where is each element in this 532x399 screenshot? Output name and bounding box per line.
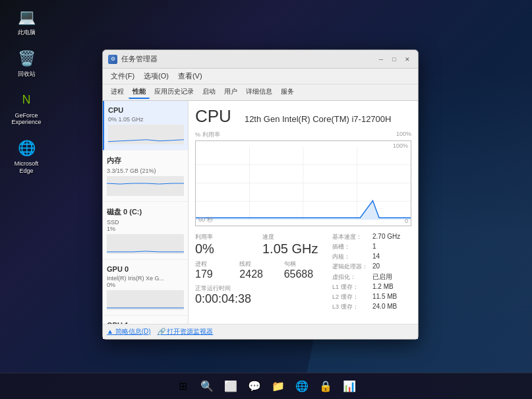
cpu-graph-svg xyxy=(196,141,411,226)
taskbar-chat[interactable]: 💬 xyxy=(244,376,265,397)
stat-l1: L1 缓存： 1.2 MB xyxy=(332,283,411,292)
stat-sockets: 插槽： 1 xyxy=(332,243,411,251)
main-content: CPU 0% 1.05 GHz 内存 3.3/15.7 GB (21%) xyxy=(103,101,418,324)
process-label: 进程 xyxy=(195,260,238,268)
base-speed-label: 基本速度： xyxy=(332,233,369,241)
chart-max-label: 100% xyxy=(396,131,411,139)
resource-monitor-link[interactable]: 🔗 打开资源监视器 xyxy=(158,327,214,336)
speed-value: 1.05 GHz xyxy=(262,241,327,256)
tab-app-history[interactable]: 应用历史记录 xyxy=(150,86,198,99)
util-label: 利用率 xyxy=(195,233,260,241)
gpu0-header: GPU 0 xyxy=(107,265,184,273)
chart-util-label: % 利用率 xyxy=(195,131,220,139)
taskbar-task-view[interactable]: ⬜ xyxy=(220,376,241,397)
handle-label: 句柄 xyxy=(284,260,327,268)
pc-label: 此电脑 xyxy=(18,29,36,36)
taskbar-security[interactable]: 🔒 xyxy=(315,376,336,397)
menu-bar: 文件(F) 选项(O) 查看(V) xyxy=(103,69,418,84)
cpu-name: CPU xyxy=(108,106,123,114)
stat-l3: L3 缓存： 24.0 MB xyxy=(332,303,411,311)
tab-services[interactable]: 服务 xyxy=(277,86,298,99)
stat-cores: 内核： 14 xyxy=(332,253,411,261)
nvidia-icon: N xyxy=(16,90,37,111)
l3-value: 24.0 MB xyxy=(372,303,397,310)
edge-label: MicrosoftEdge xyxy=(15,160,39,175)
memory-mini-chart xyxy=(107,176,184,196)
sockets-value: 1 xyxy=(372,243,376,250)
util-value: 0% xyxy=(195,241,260,256)
cpu-detail-panel: CPU 12th Gen Intel(R) Core(TM) i7-12700H… xyxy=(189,101,418,324)
window-controls: ─ □ ✕ xyxy=(376,54,413,65)
collapse-link[interactable]: ▲ 简略信息(D) xyxy=(107,327,151,336)
cores-label: 内核： xyxy=(332,253,369,261)
thread-value: 2428 xyxy=(239,268,282,280)
desktop-icon-recycle[interactable]: 🗑️ 回收站 xyxy=(7,48,46,78)
tab-process[interactable]: 进程 xyxy=(107,86,128,99)
menu-view[interactable]: 查看(V) xyxy=(174,70,206,82)
menu-options[interactable]: 选项(O) xyxy=(140,70,173,82)
gpu0-mini-chart xyxy=(107,290,184,310)
memory-name: 内存 xyxy=(107,156,121,166)
disk-mini-chart xyxy=(107,234,184,254)
memory-sub: 3.3/15.7 GB (21%) xyxy=(107,168,184,174)
stat-uptime: 正常运行时间 0:00:04:38 xyxy=(195,284,327,306)
stat-process: 进程 179 xyxy=(195,260,238,280)
tab-details[interactable]: 详细信息 xyxy=(242,86,276,99)
disk-sub2: 1% xyxy=(107,226,184,232)
taskbar-search[interactable]: 🔍 xyxy=(196,376,218,397)
desktop-icon-edge[interactable]: 🌐 MicrosoftEdge xyxy=(7,138,46,175)
close-button[interactable]: ✕ xyxy=(402,54,413,65)
sidebar-item-gpu1[interactable]: GPU 1 NVIDIA GeForce R... 0% xyxy=(103,316,188,324)
pc-icon: 💻 xyxy=(16,7,37,28)
l1-value: 1.2 MB xyxy=(372,283,394,290)
taskbar-explorer[interactable]: 📁 xyxy=(268,376,289,397)
task-manager-window: ⚙ 任务管理器 ─ □ ✕ 文件(F) 选项(O) 查看(V) 进程 性能 应用… xyxy=(102,49,419,340)
sidebar-item-disk[interactable]: 磁盘 0 (C:) SSD 1% xyxy=(103,202,188,260)
logical-label: 逻辑处理器： xyxy=(332,262,369,271)
graph-100-label: 100% xyxy=(393,142,408,149)
tab-startup[interactable]: 启动 xyxy=(198,86,220,99)
taskbar: ⊞ 🔍 ⬜ 💬 📁 🌐 🔒 📊 xyxy=(0,373,532,399)
disk-sub1: SSD xyxy=(107,219,184,226)
window-title: 任务管理器 xyxy=(121,54,158,64)
sidebar-item-memory[interactable]: 内存 3.3/15.7 GB (21%) xyxy=(103,150,188,202)
sockets-label: 插槽： xyxy=(332,243,369,251)
stat-speed: 速度 1.05 GHz xyxy=(262,233,327,256)
tab-bar: 进程 性能 应用历史记录 启动 用户 详细信息 服务 xyxy=(103,84,418,101)
chart-labels: % 利用率 100% xyxy=(195,131,411,139)
graph-time-label: 60 秒 xyxy=(198,216,213,224)
process-value: 179 xyxy=(195,268,238,280)
taskbar-edge[interactable]: 🌐 xyxy=(291,376,312,397)
minimize-button[interactable]: ─ xyxy=(376,54,386,65)
desktop-icon-pc[interactable]: 💻 此电脑 xyxy=(7,7,46,36)
stat-utilization: 利用率 0% xyxy=(195,233,260,256)
cpu-sub: 0% 1.05 GHz xyxy=(108,116,184,123)
disk-header: 磁盘 0 (C:) xyxy=(107,207,184,217)
nvidia-label: GeForceExperience xyxy=(11,112,41,127)
tab-users[interactable]: 用户 xyxy=(220,86,241,99)
taskbar-start[interactable]: ⊞ xyxy=(173,376,194,397)
virt-value: 已启用 xyxy=(372,272,392,282)
virt-label: 虚拟化： xyxy=(332,273,369,282)
cpu-title-row: CPU 12th Gen Intel(R) Core(TM) i7-12700H xyxy=(195,106,411,127)
l2-label: L2 缓存： xyxy=(332,293,369,301)
stat-logical: 逻辑处理器： 20 xyxy=(332,262,411,271)
maximize-button[interactable]: □ xyxy=(389,54,399,65)
menu-file[interactable]: 文件(F) xyxy=(107,70,138,82)
sidebar: CPU 0% 1.05 GHz 内存 3.3/15.7 GB (21%) xyxy=(103,101,189,324)
cpu-model-text: 12th Gen Intel(R) Core(TM) i7-12700H xyxy=(245,114,392,124)
disk-name: 磁盘 0 (C:) xyxy=(107,207,142,217)
memory-header: 内存 xyxy=(107,156,184,166)
sidebar-item-cpu[interactable]: CPU 0% 1.05 GHz xyxy=(103,101,188,150)
recycle-label: 回收站 xyxy=(18,71,36,78)
disk-mini-svg xyxy=(107,234,184,254)
logical-value: 20 xyxy=(372,262,380,270)
sidebar-item-gpu0[interactable]: GPU 0 Intel(R) Iris(R) Xe G... 0% xyxy=(103,260,188,316)
base-speed-value: 2.70 GHz xyxy=(372,233,400,240)
bottom-bar: ▲ 简略信息(D) 🔗 打开资源监视器 xyxy=(103,324,418,339)
tab-performance[interactable]: 性能 xyxy=(129,86,150,99)
taskbar-taskmanager[interactable]: 📊 xyxy=(339,376,360,397)
desktop-icon-nvidia[interactable]: N GeForceExperience xyxy=(7,90,46,127)
cpu-mini-svg xyxy=(108,125,184,144)
cores-value: 14 xyxy=(372,253,380,260)
